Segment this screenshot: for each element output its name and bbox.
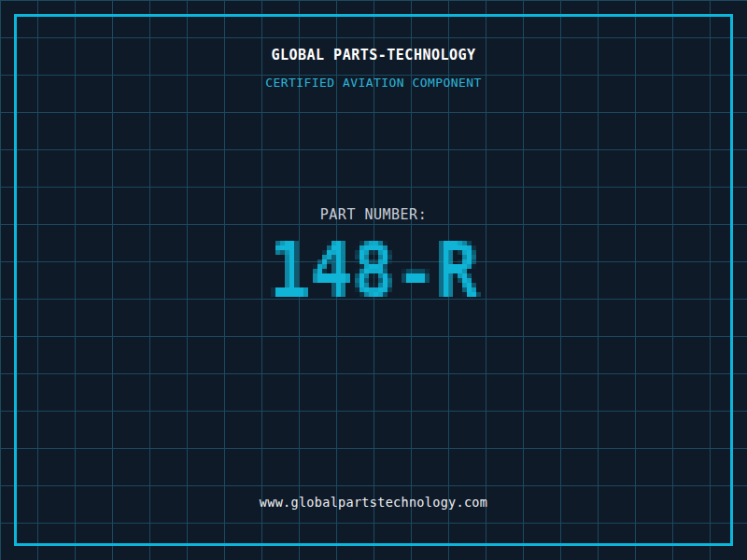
part-number-value: 148-R: [0, 0, 1, 1]
part-number-display: [224, 217, 523, 329]
company-title: GLOBAL PARTS-TECHNOLOGY: [0, 47, 747, 63]
blueprint-label-board: GLOBAL PARTS-TECHNOLOGY CERTIFIED AVIATI…: [0, 0, 747, 560]
certification-subtitle: CERTIFIED AVIATION COMPONENT: [0, 76, 747, 90]
footer-url: www.globalpartstechnology.com: [0, 495, 747, 510]
